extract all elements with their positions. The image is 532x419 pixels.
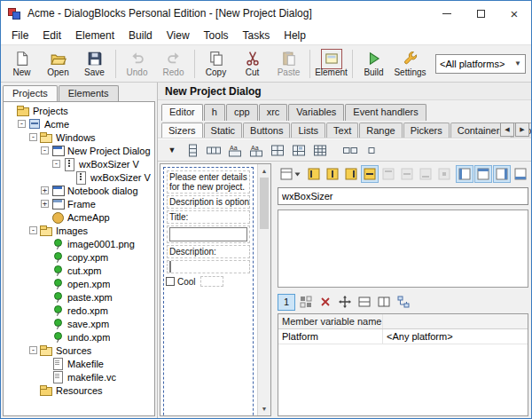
new-button[interactable]: New: [4, 45, 40, 82]
align-top-icon[interactable]: [379, 165, 397, 183]
tab-cpp[interactable]: cpp: [226, 104, 258, 121]
tab-lists[interactable]: Lists: [291, 123, 325, 138]
preview-title-field-wrap[interactable]: [167, 225, 250, 243]
settings-button[interactable]: Settings: [392, 45, 428, 82]
wxBoxSizer-vertical-icon[interactable]: [183, 141, 202, 159]
tree-item[interactable]: save.xpm: [4, 317, 154, 330]
wxStdDialogButtonSizer-icon[interactable]: [340, 141, 360, 159]
preview-title-label[interactable]: Title:: [167, 210, 250, 224]
menu-element[interactable]: Element: [68, 28, 121, 43]
align-centre-v-icon[interactable]: [398, 165, 416, 183]
sizer-flags-menu-icon[interactable]: [278, 165, 304, 183]
split-vertical-icon[interactable]: [375, 294, 393, 311]
paste-button[interactable]: Paste: [270, 45, 307, 82]
tree-item[interactable]: wxBoxSizer V: [4, 170, 154, 184]
tree-item[interactable]: - Images: [4, 224, 154, 237]
preview-description-field-wrap[interactable]: [167, 260, 250, 273]
copy-button[interactable]: Copy: [198, 45, 234, 82]
preview-description-label[interactable]: Description:: [167, 245, 250, 258]
tree-item[interactable]: Resources: [4, 383, 154, 397]
tree-item[interactable]: redo.xpm: [4, 304, 154, 317]
platform-cell[interactable]: Platform: [278, 329, 383, 344]
border-left-icon[interactable]: [456, 165, 473, 183]
member-table-row[interactable]: Platform <Any platform>: [278, 329, 528, 344]
wxGridSizer-icon[interactable]: [268, 141, 287, 159]
platform-select[interactable]: <All platforms> ▼: [435, 54, 526, 74]
tree-expander[interactable]: +: [41, 200, 49, 208]
tree-expander[interactable]: -: [29, 346, 37, 354]
tree-expander[interactable]: -: [41, 146, 49, 154]
design-canvas[interactable]: Please enter details for the new project…: [160, 164, 257, 415]
description-field[interactable]: [169, 261, 171, 273]
scrollbar-thumb[interactable]: [260, 178, 269, 229]
border-top-icon[interactable]: [474, 165, 492, 183]
tab-static[interactable]: Static: [204, 123, 243, 138]
menu-help[interactable]: Help: [277, 28, 313, 43]
maximize-button[interactable]: [464, 1, 497, 26]
minimize-button[interactable]: [430, 1, 464, 26]
menu-file[interactable]: File: [4, 28, 35, 43]
tree-item[interactable]: makefile.vc: [4, 370, 154, 383]
wxBoxSizer-horizontal-icon[interactable]: [204, 141, 223, 159]
border-right-icon[interactable]: [493, 165, 511, 183]
wxFlexGridSizer-icon[interactable]: [289, 141, 309, 159]
project-tree[interactable]: Projects - Acme - Windows -: [3, 101, 155, 416]
tab-scroll-right-icon[interactable]: ▶: [515, 123, 529, 137]
open-button[interactable]: Open: [40, 45, 76, 82]
tab-range[interactable]: Range: [359, 123, 402, 138]
expand-icon[interactable]: [361, 165, 379, 183]
save-button[interactable]: Save: [76, 45, 113, 82]
scroll-down-icon[interactable]: ▼: [258, 402, 270, 415]
wxStaticBoxSizer-horizontal-icon[interactable]: Aa: [246, 141, 266, 159]
align-centre-h-icon[interactable]: [324, 165, 341, 183]
spacer-preview[interactable]: [200, 276, 223, 287]
tree-item[interactable]: Projects: [4, 104, 154, 117]
tree-expander[interactable]: +: [41, 186, 49, 194]
tree-item[interactable]: paste.xpm: [4, 290, 154, 304]
dialog-preview[interactable]: Please enter details for the new project…: [163, 167, 254, 415]
tab-buttons[interactable]: Buttons: [243, 123, 290, 138]
cool-checkbox[interactable]: [166, 277, 175, 286]
tree-expander[interactable]: -: [29, 226, 37, 234]
menu-edit[interactable]: Edit: [35, 28, 68, 43]
align-bottom-icon[interactable]: [417, 165, 434, 183]
tab-event-handlers[interactable]: Event handlers: [345, 104, 426, 121]
preview-optional-text[interactable]: Description is optional: [167, 195, 250, 209]
sizer-contents-list[interactable]: [278, 210, 528, 288]
tree-expander[interactable]: -: [29, 133, 37, 141]
tree-expander[interactable]: -: [52, 160, 60, 168]
tree-item[interactable]: + Notebook dialog: [4, 184, 154, 197]
tree-item[interactable]: undo.xpm: [4, 330, 154, 344]
tree-item[interactable]: copy.xpm: [4, 250, 154, 264]
tree-item[interactable]: - wxBoxSizer V: [4, 157, 154, 170]
wxGridBagSizer-icon[interactable]: [310, 141, 330, 159]
delete-icon[interactable]: [317, 294, 334, 311]
align-left-icon[interactable]: [305, 165, 323, 183]
tab-h[interactable]: h: [204, 104, 225, 121]
menu-tools[interactable]: Tools: [197, 28, 236, 43]
wxStaticBoxSizer-vertical-icon[interactable]: Aa: [225, 141, 245, 159]
palette-dropdown-icon[interactable]: ▼: [163, 141, 181, 159]
scroll-up-icon[interactable]: ▲: [258, 164, 270, 178]
split-horizontal-icon[interactable]: [356, 294, 373, 311]
tab-elements[interactable]: Elements: [59, 85, 119, 101]
cut-button[interactable]: Cut: [234, 45, 270, 82]
tab-scroll-left-icon[interactable]: ◀: [500, 123, 514, 137]
tree-item[interactable]: - Sources: [4, 344, 154, 357]
tab-editor[interactable]: Editor: [161, 104, 203, 121]
menu-build[interactable]: Build: [121, 28, 160, 43]
redo-button[interactable]: Redo: [155, 45, 192, 82]
build-button[interactable]: Build: [356, 45, 392, 82]
tree-item[interactable]: AcmeApp: [4, 210, 154, 224]
preview-intro-text[interactable]: Please enter details for the new project…: [167, 170, 250, 194]
hierarchy-icon[interactable]: [395, 294, 412, 311]
preview-checkbox-row[interactable]: Cool: [166, 276, 251, 287]
tree-item[interactable]: - New Project Dialog: [4, 144, 154, 157]
menu-view[interactable]: View: [160, 28, 197, 43]
close-button[interactable]: ×: [497, 1, 531, 26]
tab-xrc[interactable]: xrc: [259, 104, 288, 121]
align-right-icon[interactable]: [342, 165, 360, 183]
shrink-icon[interactable]: [435, 165, 453, 183]
sizer-name-input[interactable]: [278, 187, 528, 205]
tab-sizers[interactable]: Sizers: [161, 123, 203, 138]
